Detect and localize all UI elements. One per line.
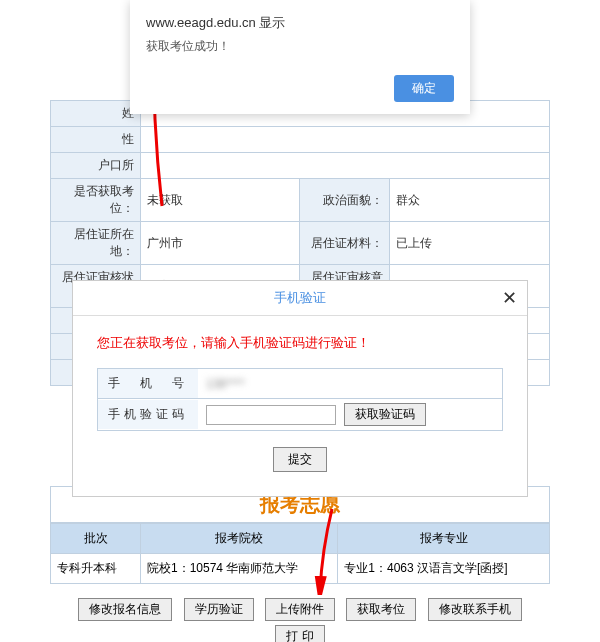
cell-school: 院校1：10574 华南师范大学 <box>141 554 338 584</box>
voluntary-section: 报考志愿 批次 报考院校 报考专业 专科升本科 院校1：10574 华南师范大学… <box>50 486 550 642</box>
cell-major: 专业1：4063 汉语言文学[函授] <box>338 554 550 584</box>
upload-button[interactable]: 上传附件 <box>265 598 335 621</box>
code-label: 手机验证码 <box>98 400 198 429</box>
browser-alert: www.eeagd.edu.cn 显示 获取考位成功！ 确定 <box>130 0 470 114</box>
edit-info-button[interactable]: 修改报名信息 <box>78 598 172 621</box>
action-bar: 修改报名信息 学历验证 上传附件 获取考位 修改联系手机 打 印 网上交费 退 … <box>50 592 550 642</box>
phone-verify-modal: 手机验证 ✕ 您正在获取考位，请输入手机验证码进行验证！ 手 机 号 138**… <box>72 280 528 497</box>
info-label: 居住证材料： <box>300 222 390 265</box>
info-label: 政治面貌： <box>300 179 390 222</box>
info-value: 群众 <box>390 179 550 222</box>
info-value <box>140 153 549 179</box>
verify-edu-button[interactable]: 学历验证 <box>184 598 254 621</box>
table-row: 专科升本科 院校1：10574 华南师范大学 专业1：4063 汉语言文学[函授… <box>51 554 550 584</box>
alert-site: www.eeagd.edu.cn 显示 <box>146 14 454 32</box>
modal-warning: 您正在获取考位，请输入手机验证码进行验证！ <box>97 334 503 352</box>
info-value: 广州市 <box>140 222 300 265</box>
col-school: 报考院校 <box>141 524 338 554</box>
info-row: 户口所 <box>51 153 550 179</box>
phone-label: 手 机 号 <box>98 369 198 398</box>
info-value <box>140 127 549 153</box>
col-batch: 批次 <box>51 524 141 554</box>
modal-header: 手机验证 ✕ <box>73 281 527 316</box>
cell-batch: 专科升本科 <box>51 554 141 584</box>
info-label: 居住证所在地： <box>51 222 141 265</box>
edit-phone-button[interactable]: 修改联系手机 <box>428 598 522 621</box>
submit-button[interactable]: 提交 <box>273 447 327 472</box>
close-icon[interactable]: ✕ <box>502 287 517 309</box>
info-label: 是否获取考位： <box>51 179 141 222</box>
info-label: 户口所 <box>51 153 141 179</box>
print-button[interactable]: 打 印 <box>275 625 324 642</box>
voluntary-table: 批次 报考院校 报考专业 专科升本科 院校1：10574 华南师范大学 专业1：… <box>50 523 550 584</box>
modal-form: 手 机 号 138**** 手机验证码 获取验证码 <box>97 368 503 431</box>
info-row: 居住证所在地：广州市居住证材料：已上传 <box>51 222 550 265</box>
info-value: 已上传 <box>390 222 550 265</box>
phone-value: 138**** <box>206 377 245 391</box>
alert-message: 获取考位成功！ <box>146 38 454 55</box>
annotation-arrow-2 <box>310 505 340 595</box>
info-label: 性 <box>51 127 141 153</box>
col-major: 报考专业 <box>338 524 550 554</box>
get-code-button[interactable]: 获取验证码 <box>344 403 426 426</box>
info-row: 是否获取考位：未获取政治面貌：群众 <box>51 179 550 222</box>
code-input[interactable] <box>206 405 336 425</box>
info-label: 姓 <box>51 101 141 127</box>
get-seat-button[interactable]: 获取考位 <box>346 598 416 621</box>
info-row: 性 <box>51 127 550 153</box>
modal-title: 手机验证 <box>274 290 326 305</box>
alert-confirm-button[interactable]: 确定 <box>394 75 454 102</box>
